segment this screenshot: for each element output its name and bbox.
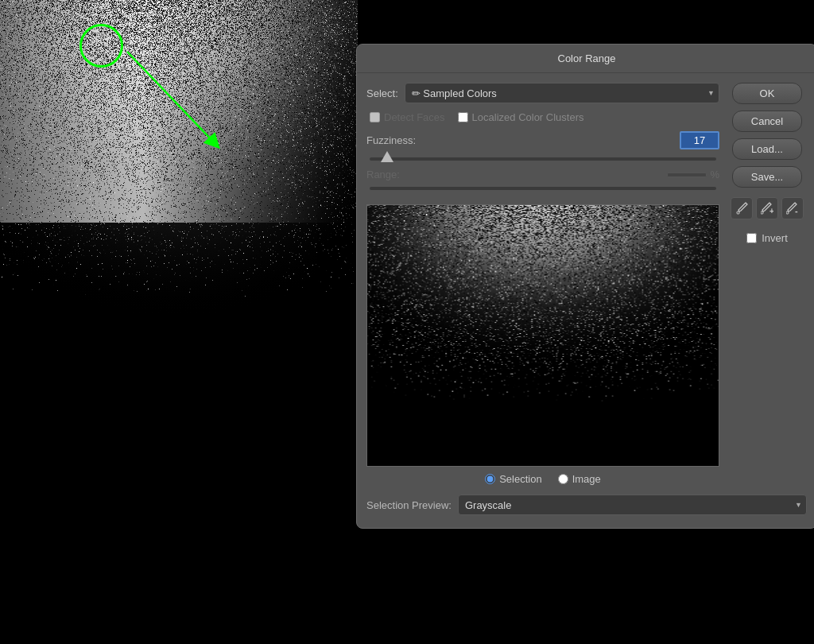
image-radio-label[interactable]: Image <box>558 473 601 485</box>
selection-radio-label[interactable]: Selection <box>485 473 541 485</box>
svg-rect-4 <box>786 211 789 214</box>
selection-preview-label: Selection Preview: <box>366 499 452 511</box>
annotation-arrow <box>103 40 262 167</box>
fuzziness-label: Fuzziness: <box>366 134 422 146</box>
range-slider-container <box>366 185 719 198</box>
selection-radio-text: Selection <box>499 473 541 485</box>
save-button[interactable]: Save... <box>732 166 802 188</box>
cancel-button[interactable]: Cancel <box>732 111 802 132</box>
fuzziness-input[interactable] <box>680 131 719 149</box>
eyedropper-icon <box>735 202 748 215</box>
selection-radio[interactable] <box>485 474 495 484</box>
svg-text:+: + <box>769 207 773 215</box>
detect-faces-checkbox-label[interactable]: Detect Faces <box>370 111 445 123</box>
eyedropper-tools: + - <box>731 197 804 219</box>
eyedropper-tool[interactable] <box>731 197 753 219</box>
invert-label: Invert <box>762 232 788 244</box>
svg-rect-1 <box>737 211 739 214</box>
select-dropdown-wrapper: ✏ Sampled Colors Reds Yellows Greens Cya… <box>405 83 719 103</box>
image-radio[interactable] <box>558 474 568 484</box>
load-button[interactable]: Load... <box>732 138 802 160</box>
dialog-sidebar: OK Cancel Load... Save... + <box>727 83 807 490</box>
preview-canvas <box>366 204 719 467</box>
range-label: Range: <box>366 169 422 180</box>
selection-preview-row: Selection Preview: None Grayscale Black … <box>357 490 814 515</box>
options-row: Detect Faces Localized Color Clusters <box>366 111 719 123</box>
dialog-title: Color Range <box>357 45 814 73</box>
dialog-main-panel: Select: ✏ Sampled Colors Reds Yellows Gr… <box>366 83 719 490</box>
selection-preview-select-wrapper: None Grayscale Black Matte White Matte Q… <box>458 495 807 515</box>
eyedropper-add-tool[interactable]: + <box>756 197 778 219</box>
eyedropper-subtract-icon: - <box>786 202 799 215</box>
localized-color-clusters-checkbox[interactable] <box>458 112 468 122</box>
image-radio-text: Image <box>572 473 601 485</box>
eyedropper-add-icon: + <box>761 202 773 215</box>
fuzziness-slider-container <box>366 154 719 169</box>
invert-checkbox[interactable] <box>746 233 757 243</box>
select-row: Select: ✏ Sampled Colors Reds Yellows Gr… <box>366 83 719 103</box>
radio-row: Selection Image <box>366 473 719 485</box>
eyedropper-subtract-tool[interactable]: - <box>781 197 804 219</box>
ok-button[interactable]: OK <box>732 83 802 104</box>
svg-line-0 <box>127 52 215 143</box>
range-value <box>667 173 707 177</box>
select-label: Select: <box>366 87 398 99</box>
range-slider-track <box>370 187 716 190</box>
selection-preview-select[interactable]: None Grayscale Black Matte White Matte Q… <box>458 495 807 515</box>
detect-faces-checkbox[interactable] <box>370 112 380 122</box>
invert-row: Invert <box>746 232 788 244</box>
range-row: Range: % <box>366 169 719 180</box>
svg-rect-2 <box>761 211 763 214</box>
select-dropdown[interactable]: ✏ Sampled Colors Reds Yellows Greens Cya… <box>405 83 719 103</box>
svg-text:-: - <box>795 206 798 215</box>
fuzziness-row: Fuzziness: <box>366 131 719 149</box>
color-range-dialog: Color Range Select: ✏ Sampled Colors Red… <box>356 44 814 529</box>
range-percent: % <box>710 169 719 180</box>
localized-color-clusters-label[interactable]: Localized Color Clusters <box>458 111 584 123</box>
